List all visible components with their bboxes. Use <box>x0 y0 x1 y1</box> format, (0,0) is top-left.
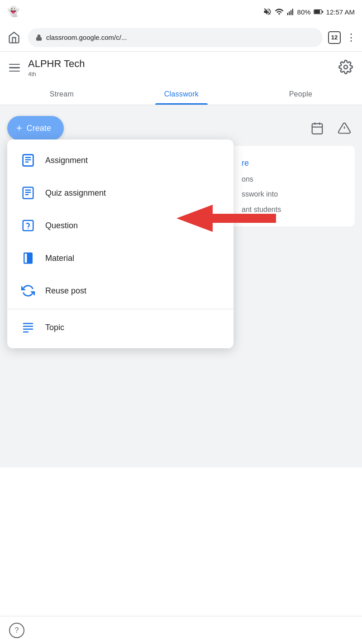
svg-rect-3 <box>292 9 293 15</box>
url-bar[interactable]: classroom.google.com/c/... <box>28 28 323 47</box>
assignment-icon <box>20 152 36 168</box>
home-button[interactable] <box>5 29 23 46</box>
svg-rect-2 <box>291 10 291 15</box>
dropdown-item-quiz-assignment[interactable]: Quiz assignment <box>7 177 233 209</box>
header-icon-row <box>307 118 355 139</box>
home-icon <box>8 31 20 44</box>
status-bar-right: 80% 12:57 AM <box>263 7 355 16</box>
assignment-label: Assignment <box>45 156 88 165</box>
dropdown-item-material[interactable]: Material <box>7 242 233 274</box>
svg-rect-31 <box>23 332 29 333</box>
header-title: ALPHR Tech 4th <box>28 58 85 77</box>
create-dropdown-menu: Assignment Quiz assignment <box>7 139 233 348</box>
settings-button[interactable] <box>338 60 353 76</box>
status-bar: 👻 80% 12:57 AM <box>0 0 362 24</box>
header-left: ALPHR Tech 4th <box>9 58 85 77</box>
svg-rect-27 <box>25 254 27 263</box>
material-label: Material <box>45 254 74 263</box>
question-icon <box>20 217 36 234</box>
create-button[interactable]: + Create <box>7 116 64 140</box>
hamburger-line-1 <box>9 64 20 65</box>
calendar-icon <box>310 121 324 135</box>
tabs-bar: Stream Classwork People <box>0 84 362 105</box>
time-display: 12:57 AM <box>326 8 355 16</box>
dropdown-divider <box>7 309 233 309</box>
url-text: classroom.google.com/c/... <box>46 34 315 41</box>
battery-icon <box>314 9 324 15</box>
question-label: Question <box>45 221 78 231</box>
lock-icon <box>35 34 43 41</box>
hamburger-line-3 <box>9 71 20 72</box>
create-button-label: Create <box>27 124 51 133</box>
battery-percent: 80% <box>297 8 311 16</box>
status-bar-left: 👻 <box>7 6 19 18</box>
app-header: ALPHR Tech 4th <box>0 52 362 84</box>
tab-stream-label: Stream <box>50 90 74 98</box>
calendar-button[interactable] <box>307 118 328 139</box>
dropdown-item-topic[interactable]: Topic <box>7 311 233 344</box>
classwork-area: + Create re ons <box>0 105 362 467</box>
hamburger-line-2 <box>9 67 20 68</box>
background-card: re ons sswork into ant students <box>231 146 355 226</box>
tab-people-label: People <box>289 90 313 98</box>
topic-label: Topic <box>45 323 64 332</box>
signal-icon <box>286 7 295 16</box>
svg-rect-1 <box>289 11 290 15</box>
dropdown-item-reuse-post[interactable]: Reuse post <box>7 274 233 307</box>
bottom-bar: ? <box>0 616 362 644</box>
create-row: + Create <box>7 116 355 140</box>
browser-bar: classroom.google.com/c/... 12 ⋮ <box>0 24 362 52</box>
svg-rect-30 <box>23 329 33 330</box>
tab-classwork-label: Classwork <box>164 90 199 98</box>
svg-rect-9 <box>312 124 323 134</box>
svg-rect-7 <box>36 37 42 40</box>
quiz-assignment-label: Quiz assignment <box>45 188 106 198</box>
reuse-post-label: Reuse post <box>45 286 86 296</box>
help-question-mark: ? <box>15 626 19 634</box>
class-grade: 4th <box>28 71 85 77</box>
more-options-button[interactable]: ⋮ <box>346 32 357 43</box>
svg-rect-29 <box>23 326 33 327</box>
create-plus-icon: + <box>16 122 22 134</box>
svg-point-25 <box>28 228 29 229</box>
dropdown-item-question[interactable]: Question <box>7 209 233 242</box>
alert-button[interactable] <box>334 118 355 139</box>
svg-rect-0 <box>287 13 288 15</box>
mute-icon <box>263 7 272 16</box>
topic-icon <box>20 319 36 336</box>
class-name: ALPHR Tech <box>28 58 85 70</box>
svg-rect-5 <box>314 10 320 14</box>
alert-triangle-icon <box>338 121 351 135</box>
tab-classwork[interactable]: Classwork <box>155 84 208 105</box>
material-icon <box>20 250 36 266</box>
bg-text-2: ons <box>242 173 344 185</box>
dropdown-item-assignment[interactable]: Assignment <box>7 144 233 177</box>
settings-gear-icon <box>338 60 353 74</box>
tab-count[interactable]: 12 <box>328 31 341 44</box>
wifi-icon <box>275 7 284 16</box>
reuse-post-icon <box>20 283 36 299</box>
quiz-assignment-icon <box>20 185 36 201</box>
hamburger-menu-button[interactable] <box>9 64 20 72</box>
snapchat-icon: 👻 <box>7 6 19 18</box>
bg-text-1: re <box>242 157 344 170</box>
svg-rect-28 <box>23 323 33 324</box>
svg-point-8 <box>344 65 348 69</box>
tab-stream[interactable]: Stream <box>41 84 83 105</box>
bg-text-4: ant students <box>242 204 344 216</box>
bg-text-3: sswork into <box>242 188 344 200</box>
tab-people[interactable]: People <box>280 84 322 105</box>
help-button[interactable]: ? <box>9 623 24 638</box>
svg-rect-6 <box>322 11 323 13</box>
